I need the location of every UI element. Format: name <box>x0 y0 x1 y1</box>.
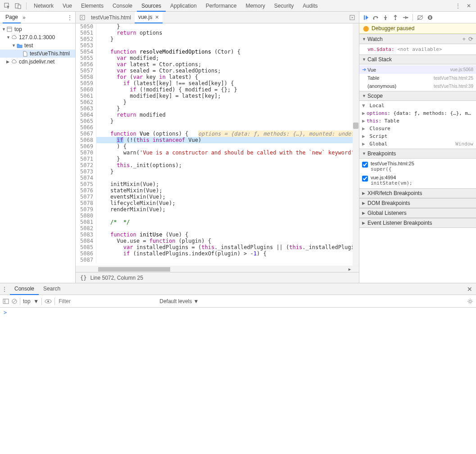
code-line[interactable]: 5064 return modified <box>76 112 359 118</box>
step-button[interactable] <box>401 13 410 22</box>
tab-security[interactable]: Security <box>270 0 298 12</box>
scope-group[interactable]: ▶ Closure <box>359 125 476 132</box>
tree-item[interactable]: ▼test <box>0 41 75 50</box>
navigator-menu-icon[interactable]: ⋮ <box>67 14 73 21</box>
code-line[interactable]: 5052 } <box>76 36 359 42</box>
drawer-menu-icon[interactable]: ⋮ <box>2 286 7 292</box>
code-line[interactable]: 5071 } <box>76 156 359 162</box>
run-snippet-icon[interactable] <box>348 14 356 22</box>
drawer-tab-search[interactable]: Search <box>39 283 65 295</box>
code-line[interactable]: 5083 function initUse (Vue) { <box>76 232 359 238</box>
code-line[interactable]: 5077 eventsMixin(Vue); <box>76 194 359 200</box>
drawer-tab-console[interactable]: Console <box>10 283 39 295</box>
console-sidebar-icon[interactable] <box>3 299 9 304</box>
code-line[interactable]: 5061 modified[key] = latest[key]; <box>76 93 359 99</box>
code-line[interactable]: 5081 /* */ <box>76 219 359 225</box>
stack-frame[interactable]: (anonymous)testVueThis.html:39 <box>359 82 476 90</box>
code-line[interactable]: 5062 } <box>76 99 359 105</box>
tab-performance[interactable]: Performance <box>201 0 241 12</box>
tree-item[interactable]: ▼127.0.0.1:3000 <box>0 33 75 41</box>
event-listener-bp-header[interactable]: ▶Event Listener Breakpoints <box>359 218 476 228</box>
pause-exceptions-button[interactable] <box>426 13 435 22</box>
tab-elements[interactable]: Elements <box>77 0 108 12</box>
code-line[interactable]: 5078 lifecycleMixin(Vue); <box>76 200 359 206</box>
scope-header[interactable]: ▼Scope <box>359 91 476 101</box>
code-line[interactable]: 5054 function resolveModifiedOptions (Ct… <box>76 49 359 55</box>
stack-frame[interactable]: TabletestVueThis.html:25 <box>359 74 476 82</box>
scope-group[interactable]: ▼ Local <box>359 102 476 109</box>
editor-scrollbar[interactable] <box>353 23 359 266</box>
code-line[interactable]: 5058 for (var key in latest) { <box>76 74 359 80</box>
code-line[interactable]: 5050 } <box>76 23 359 30</box>
file-tab[interactable]: testVueThis.html <box>87 12 135 23</box>
code-line[interactable]: 5056 var latest = Ctor.options; <box>76 61 359 68</box>
code-line[interactable]: 5084 Vue.use = function (plugin) { <box>76 238 359 244</box>
code-editor[interactable]: 5050 }5051 return options5052 }50535054 … <box>76 23 359 266</box>
code-line[interactable]: 5053 <box>76 42 359 49</box>
add-watch-icon[interactable]: + <box>462 36 466 42</box>
code-line[interactable]: 5063 } <box>76 105 359 112</box>
code-line[interactable]: 5073 } <box>76 168 359 175</box>
breakpoint-checkbox[interactable] <box>362 176 368 182</box>
resume-button[interactable] <box>361 13 370 22</box>
deactivate-breakpoints-button[interactable] <box>416 13 425 22</box>
navigate-back-icon[interactable] <box>78 14 86 22</box>
watch-header[interactable]: ▼Watch + ⟳ <box>359 34 476 44</box>
code-line[interactable]: 5068 if (!(this instanceof Vue) <box>76 137 359 143</box>
context-selector[interactable]: top ▼ <box>23 298 39 304</box>
code-line[interactable]: 5057 var sealed = Ctor.sealedOptions; <box>76 68 359 74</box>
page-tab[interactable]: Page <box>3 12 21 23</box>
step-into-button[interactable] <box>381 13 390 22</box>
stack-frame[interactable]: ➔Vuevue.js:5068 <box>359 65 476 74</box>
code-line[interactable]: 5059 if (latest[key] !== sealed[key]) { <box>76 80 359 86</box>
code-line[interactable]: 5076 stateMixin(Vue); <box>76 187 359 194</box>
inspect-icon[interactable] <box>3 1 12 10</box>
tab-sources[interactable]: Sources <box>137 0 166 12</box>
code-line[interactable]: 5085 var installedPlugins = (this._insta… <box>76 244 359 250</box>
tree-item[interactable]: testVueThis.html <box>0 50 75 58</box>
breakpoint-item[interactable]: testVueThis.html:25super({ <box>359 159 476 173</box>
tab-application[interactable]: Application <box>166 0 201 12</box>
breakpoint-checkbox[interactable] <box>362 162 368 168</box>
refresh-watch-icon[interactable]: ⟳ <box>468 36 473 42</box>
h-scrollbar-thumb[interactable] <box>98 267 170 272</box>
tab-vue[interactable]: Vue <box>58 0 77 12</box>
step-out-button[interactable] <box>391 13 400 22</box>
tab-network[interactable]: Network <box>29 0 58 12</box>
close-devtools-icon[interactable]: ✕ <box>464 1 473 10</box>
tab-console[interactable]: Console <box>108 0 137 12</box>
code-line[interactable]: 5065 } <box>76 118 359 124</box>
watch-expression[interactable]: vm.$data: <not available> <box>359 45 476 54</box>
code-line[interactable]: 5086 if (installedPlugins.indexOf(plugin… <box>76 250 359 257</box>
tab-audits[interactable]: Audits <box>298 0 322 12</box>
console-filter-input[interactable] <box>58 297 157 305</box>
tab-memory[interactable]: Memory <box>241 0 269 12</box>
scope-variable[interactable]: ▶options: {data: ƒ, methods: {…}, m… <box>359 109 476 117</box>
code-line[interactable]: 5072 this._init(options); <box>76 162 359 168</box>
code-line[interactable]: 5069 ) { <box>76 143 359 150</box>
code-line[interactable]: 5067 function Vue (options) { options = … <box>76 131 359 137</box>
console-body[interactable]: > <box>0 308 476 454</box>
file-tab[interactable]: vue.js✕ <box>135 12 163 23</box>
device-toggle-icon[interactable] <box>14 1 23 10</box>
log-levels-selector[interactable]: Default levels ▼ <box>159 298 199 304</box>
scope-group[interactable]: ▶ GlobalWindow <box>359 140 476 148</box>
breakpoints-header[interactable]: ▼Breakpoints <box>359 149 476 159</box>
clear-console-icon[interactable] <box>12 299 17 304</box>
more-tabs-icon[interactable]: » <box>23 14 26 21</box>
scrollbar-thumb[interactable] <box>353 123 358 129</box>
more-menu-icon[interactable]: ⋮ <box>453 1 462 10</box>
live-expression-icon[interactable] <box>45 299 52 304</box>
xhr-breakpoints-header[interactable]: ▶XHR/fetch Breakpoints <box>359 188 476 198</box>
pretty-print-icon[interactable]: {} <box>80 275 86 281</box>
code-line[interactable]: 5070 warn('Vue is a constructor and shou… <box>76 150 359 156</box>
code-line[interactable]: 5066 <box>76 124 359 131</box>
code-line[interactable]: 5079 renderMixin(Vue); <box>76 206 359 213</box>
tree-item[interactable]: ▼top <box>0 25 75 33</box>
code-line[interactable]: 5082 <box>76 225 359 232</box>
close-drawer-icon[interactable]: ✕ <box>465 286 474 293</box>
close-tab-icon[interactable]: ✕ <box>155 12 159 23</box>
scope-group[interactable]: ▶ Script <box>359 132 476 140</box>
code-line[interactable]: 5087 <box>76 257 359 263</box>
code-line[interactable]: 5060 if (!modified) { modified = {}; } <box>76 86 359 93</box>
